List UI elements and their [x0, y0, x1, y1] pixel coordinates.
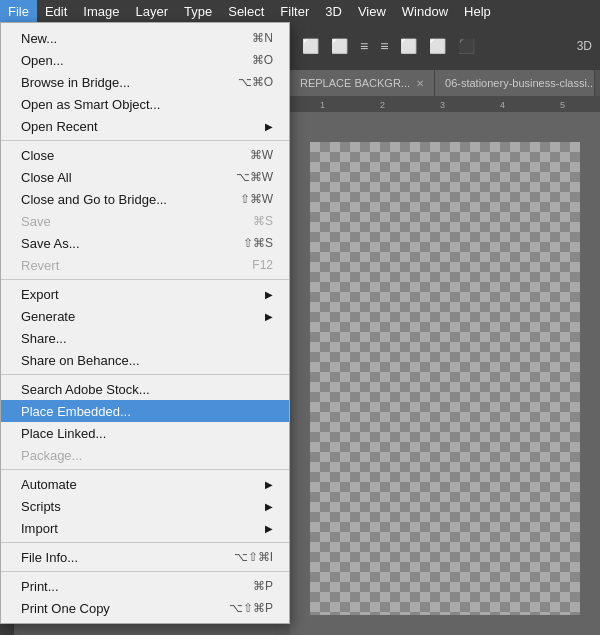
menu-item-place-embedded[interactable]: Place Embedded...	[1, 400, 289, 422]
separator-6	[1, 571, 289, 572]
menu-item-open[interactable]: Open... ⌘O	[1, 49, 289, 71]
ruler-horizontal: 1 2 3 4 5	[290, 96, 600, 112]
menu-item-close-all[interactable]: Close All ⌥⌘W	[1, 166, 289, 188]
separator-5	[1, 542, 289, 543]
menubar: File Edit Image Layer Type Select Filter…	[0, 0, 600, 22]
menu-item-revert[interactable]: Revert F12	[1, 254, 289, 276]
submenu-arrow-generate: ▶	[265, 311, 273, 322]
tab-stationery[interactable]: 06-stationery-business-classi... ✕	[435, 70, 595, 96]
ruler-tick-3: 3	[440, 100, 445, 110]
toolbar-icon-4[interactable]: ≡	[376, 36, 392, 56]
menu-item-close[interactable]: Close ⌘W	[1, 144, 289, 166]
menubar-item-filter[interactable]: Filter	[272, 0, 317, 22]
menubar-item-layer[interactable]: Layer	[128, 0, 177, 22]
toolbar-icon-5[interactable]: ⬜	[396, 36, 421, 56]
toolbar: ⬜ ⬜ ≡ ≡ ⬜ ⬜ ⬛ 3D	[290, 22, 600, 70]
menu-item-open-smart-object[interactable]: Open as Smart Object...	[1, 93, 289, 115]
tab-replace-background[interactable]: REPLACE BACKGR... ✕	[290, 70, 435, 96]
menu-item-place-linked[interactable]: Place Linked...	[1, 422, 289, 444]
submenu-arrow: ▶	[265, 121, 273, 132]
separator-3	[1, 374, 289, 375]
menubar-item-help[interactable]: Help	[456, 0, 499, 22]
submenu-arrow-export: ▶	[265, 289, 273, 300]
menu-item-share[interactable]: Share...	[1, 327, 289, 349]
menu-item-package[interactable]: Package...	[1, 444, 289, 466]
canvas-area	[290, 112, 600, 635]
menu-item-import[interactable]: Import ▶	[1, 517, 289, 539]
menu-item-new[interactable]: New... ⌘N	[1, 27, 289, 49]
menu-item-file-info[interactable]: File Info... ⌥⇧⌘I	[1, 546, 289, 568]
separator-4	[1, 469, 289, 470]
submenu-arrow-import: ▶	[265, 523, 273, 534]
menu-item-search-stock[interactable]: Search Adobe Stock...	[1, 378, 289, 400]
menu-item-save[interactable]: Save ⌘S	[1, 210, 289, 232]
submenu-arrow-scripts: ▶	[265, 501, 273, 512]
menu-item-open-recent[interactable]: Open Recent ▶	[1, 115, 289, 137]
tab-close-icon-0[interactable]: ✕	[416, 78, 424, 89]
tabbar: REPLACE BACKGR... ✕ 06-stationery-busine…	[290, 70, 600, 96]
submenu-arrow-automate: ▶	[265, 479, 273, 490]
file-dropdown-menu: New... ⌘N Open... ⌘O Browse in Bridge...…	[0, 22, 290, 624]
menubar-item-edit[interactable]: Edit	[37, 0, 75, 22]
canvas-checker	[310, 142, 580, 615]
toolbar-icon-3[interactable]: ≡	[356, 36, 372, 56]
separator-2	[1, 279, 289, 280]
toolbar-icon-1[interactable]: ⬜	[298, 36, 323, 56]
ruler-tick-5: 5	[560, 100, 565, 110]
menu-item-generate[interactable]: Generate ▶	[1, 305, 289, 327]
menu-item-print-one-copy[interactable]: Print One Copy ⌥⇧⌘P	[1, 597, 289, 619]
separator-1	[1, 140, 289, 141]
toolbar-icon-2[interactable]: ⬜	[327, 36, 352, 56]
ruler-tick-2: 2	[380, 100, 385, 110]
menubar-item-view[interactable]: View	[350, 0, 394, 22]
menubar-item-select[interactable]: Select	[220, 0, 272, 22]
menubar-item-window[interactable]: Window	[394, 0, 456, 22]
menubar-item-3d[interactable]: 3D	[317, 0, 350, 22]
menu-item-browse-bridge[interactable]: Browse in Bridge... ⌥⌘O	[1, 71, 289, 93]
menu-item-share-behance[interactable]: Share on Behance...	[1, 349, 289, 371]
menu-item-automate[interactable]: Automate ▶	[1, 473, 289, 495]
menu-item-save-as[interactable]: Save As... ⇧⌘S	[1, 232, 289, 254]
toolbar-3d-label: 3D	[577, 39, 592, 53]
ruler-tick-4: 4	[500, 100, 505, 110]
menu-item-print[interactable]: Print... ⌘P	[1, 575, 289, 597]
menu-item-export[interactable]: Export ▶	[1, 283, 289, 305]
menubar-item-image[interactable]: Image	[75, 0, 127, 22]
menubar-item-type[interactable]: Type	[176, 0, 220, 22]
ruler-tick-1: 1	[320, 100, 325, 110]
menu-item-scripts[interactable]: Scripts ▶	[1, 495, 289, 517]
menubar-item-file[interactable]: File	[0, 0, 37, 22]
toolbar-icon-6[interactable]: ⬜	[425, 36, 450, 56]
toolbar-icon-7[interactable]: ⬛	[454, 36, 479, 56]
menu-item-close-bridge[interactable]: Close and Go to Bridge... ⇧⌘W	[1, 188, 289, 210]
